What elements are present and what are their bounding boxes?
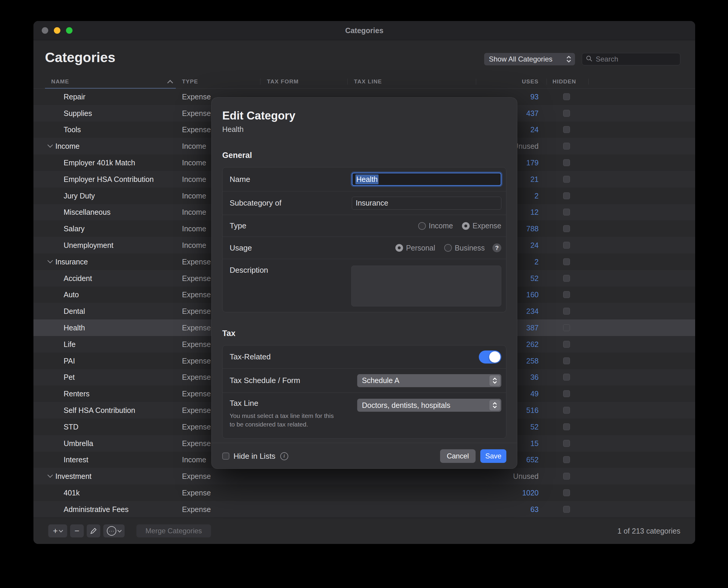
category-type-cell: Income [182, 175, 206, 183]
hidden-checkbox[interactable] [563, 110, 570, 117]
type-expense-radio[interactable] [462, 222, 470, 230]
hidden-checkbox[interactable] [563, 391, 570, 397]
tax-schedule-row: Tax Schedule / Form Schedule A [223, 369, 506, 393]
hidden-checkbox[interactable] [563, 209, 570, 216]
filter-dropdown[interactable]: Show All Categories [484, 53, 575, 65]
category-uses-cell: 652 [526, 456, 539, 464]
category-name-cell: Accident [64, 274, 92, 282]
category-type-cell: Expense [182, 92, 211, 101]
hidden-checkbox[interactable] [563, 341, 570, 348]
category-type-cell: Income [182, 241, 206, 250]
category-uses-cell: 93 [530, 92, 539, 101]
column-divider [476, 79, 476, 85]
hidden-checkbox[interactable] [563, 456, 570, 463]
table-row[interactable]: Administrative FeesExpense63 [34, 501, 695, 518]
description-row: Description [223, 259, 506, 312]
description-textarea[interactable] [351, 266, 501, 307]
type-income-radio[interactable] [418, 222, 426, 230]
hidden-checkbox[interactable] [563, 192, 570, 199]
category-uses-cell: 1020 [522, 489, 539, 497]
tax-line-label: Tax Line [230, 399, 336, 408]
column-header-hidden[interactable]: HIDDEN [552, 78, 576, 85]
hidden-checkbox[interactable] [563, 258, 570, 265]
category-name-cell: Health [64, 323, 85, 332]
hidden-checkbox[interactable] [563, 489, 570, 496]
hide-in-lists-label: Hide in Lists [234, 451, 276, 461]
category-name-cell: Supplies [64, 109, 92, 118]
hidden-checkbox[interactable] [563, 93, 570, 100]
tax-line-dropdown[interactable]: Doctors, dentists, hospitals [357, 399, 501, 412]
subcategory-value: Insurance [356, 199, 388, 207]
category-uses-cell: 788 [526, 225, 539, 233]
type-radio-group: Income Expense [418, 222, 501, 230]
disclosure-chevron-icon[interactable] [47, 142, 53, 148]
edit-category-button[interactable] [87, 524, 100, 538]
hidden-checkbox[interactable] [563, 275, 570, 281]
usage-business-radio[interactable] [444, 244, 452, 252]
category-type-cell: Expense [182, 439, 211, 447]
more-actions-button[interactable]: ··· [103, 524, 125, 538]
hidden-checkbox[interactable] [563, 225, 570, 232]
category-type-cell: Income [182, 191, 206, 200]
tax-related-toggle[interactable] [479, 351, 501, 363]
hidden-checkbox[interactable] [563, 291, 570, 298]
hidden-checkbox[interactable] [563, 242, 570, 249]
category-type-cell: Expense [182, 125, 211, 134]
column-header-taxform[interactable]: TAX FORM [267, 78, 299, 85]
hidden-checkbox[interactable] [563, 440, 570, 447]
table-row[interactable]: InvestmentExpenseUnused [34, 468, 695, 484]
category-name-cell: STD [64, 422, 78, 431]
hidden-checkbox[interactable] [563, 423, 570, 430]
category-name-cell: Umbrella [64, 439, 93, 447]
hidden-checkbox[interactable] [563, 143, 570, 150]
cancel-button[interactable]: Cancel [440, 449, 476, 463]
column-header-taxline[interactable]: TAX LINE [354, 78, 382, 85]
usage-personal-radio[interactable] [396, 244, 403, 252]
category-name-cell: Repair [64, 92, 85, 101]
hidden-checkbox[interactable] [563, 374, 570, 381]
type-expense-label: Expense [472, 222, 501, 230]
category-type-cell: Income [182, 142, 206, 150]
column-header-type[interactable]: TYPE [182, 78, 198, 85]
hidden-checkbox[interactable] [563, 473, 570, 480]
merge-categories-button[interactable]: Merge Categories [137, 524, 211, 538]
category-name-cell: Employer 401k Match [64, 159, 135, 167]
column-header-name[interactable]: NAME [51, 78, 69, 85]
disclosure-chevron-icon[interactable] [47, 472, 53, 478]
hidden-checkbox[interactable] [563, 308, 570, 315]
hidden-checkbox[interactable] [563, 407, 570, 414]
hidden-checkbox[interactable] [563, 324, 570, 331]
hidden-checkbox[interactable] [563, 357, 570, 364]
help-button[interactable]: ? [492, 244, 501, 252]
category-count: 1 of 213 categories [617, 527, 680, 536]
hidden-checkbox[interactable] [563, 126, 570, 133]
category-name-cell: Tools [64, 125, 81, 134]
description-label: Description [230, 266, 268, 275]
category-name-cell: Life [64, 340, 76, 349]
save-button[interactable]: Save [480, 449, 506, 463]
hide-in-lists-checkbox[interactable] [222, 453, 229, 460]
category-type-cell: Expense [182, 373, 211, 381]
column-header-uses[interactable]: USES [522, 78, 539, 85]
hidden-checkbox[interactable] [563, 506, 570, 512]
category-type-cell: Income [182, 159, 206, 167]
category-uses-cell: 179 [526, 159, 539, 167]
subcategory-field[interactable]: Insurance [352, 197, 501, 210]
tax-group: Tax-Related Tax Schedule / Form Schedule… [222, 345, 506, 439]
remove-category-button[interactable]: − [70, 524, 84, 538]
category-uses-cell: 516 [526, 406, 539, 415]
column-divider [547, 79, 547, 85]
disclosure-chevron-icon[interactable] [47, 258, 53, 263]
table-row[interactable]: 401kExpense1020 [34, 484, 695, 501]
name-label: Name [230, 175, 250, 184]
hidden-checkbox[interactable] [563, 176, 570, 183]
name-input[interactable]: Health [352, 173, 501, 186]
search-icon [586, 55, 593, 63]
hidden-checkbox[interactable] [563, 160, 570, 166]
category-uses-cell: Unused [513, 472, 539, 481]
tax-schedule-dropdown[interactable]: Schedule A [357, 374, 501, 387]
info-icon[interactable]: i [280, 452, 288, 460]
add-category-button[interactable]: + [48, 524, 67, 538]
category-type-cell: Expense [182, 489, 211, 497]
search-input[interactable]: Search [582, 53, 680, 65]
